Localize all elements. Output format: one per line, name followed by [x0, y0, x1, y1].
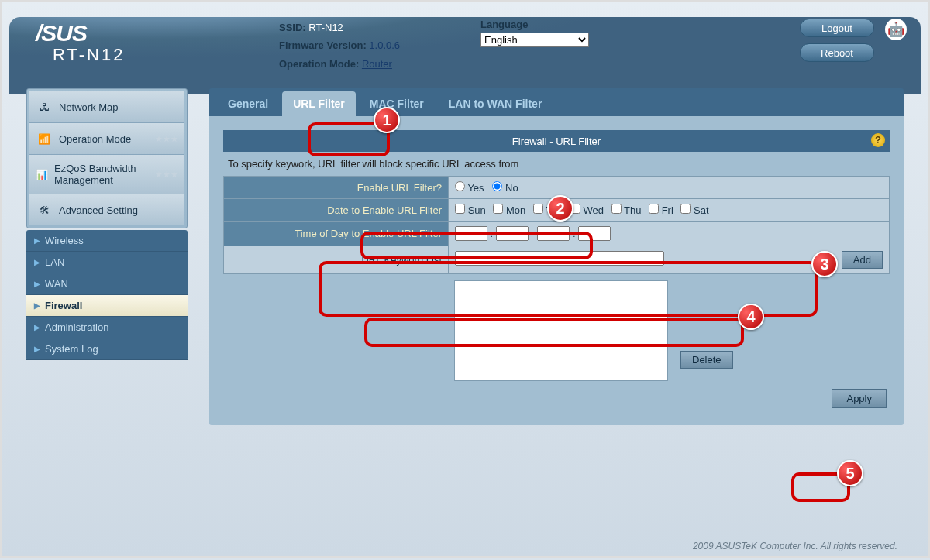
keyword-label: URL Keyword List [224, 246, 449, 274]
fw-link[interactable]: 1.0.0.6 [369, 40, 400, 51]
annotation-5: 5 [837, 460, 863, 486]
sidebar-sub-wan[interactable]: ▶WAN [26, 273, 188, 295]
date-label: Date to Enable URL Filter [224, 199, 449, 222]
day-mon[interactable]: Mon [493, 204, 525, 216]
triangle-icon: ▶ [34, 323, 40, 332]
fw-label: Firmware Version: [279, 40, 367, 51]
time-end-min[interactable] [578, 226, 611, 241]
rating-icon: ★★★ [155, 170, 178, 180]
sidebar-sub-wireless[interactable]: ▶Wireless [26, 230, 188, 252]
footer-copyright: 2009 ASUSTeK Computer Inc. All rights re… [693, 541, 897, 551]
tab-url-filter[interactable]: URL Filter [282, 91, 356, 116]
day-sun[interactable]: Sun [455, 204, 486, 216]
annotation-2: 2 [547, 195, 574, 222]
sub-label: Firewall [45, 300, 82, 311]
sidebar-sub-firewall[interactable]: ▶Firewall [26, 295, 188, 317]
sidebar-sub-administration[interactable]: ▶Administration [26, 317, 188, 338]
triangle-icon: ▶ [34, 280, 40, 288]
sidebar-item-ezqos[interactable]: 📊 EzQoS Bandwidth Management ★★★ [29, 155, 184, 194]
avatar-icon[interactable]: 🤖 [885, 19, 907, 40]
bandwidth-icon: 📊 [36, 167, 48, 182]
panel-title: Firewall - URL Filter ? [223, 130, 890, 152]
add-button[interactable]: Add [842, 251, 883, 269]
sidebar-item-operation-mode[interactable]: 📶 Operation Mode ★★★ [29, 123, 184, 155]
ssid-label: SSID: [279, 22, 306, 33]
ssid-value: RT-N12 [308, 22, 343, 33]
sidebar-label: Network Map [59, 101, 119, 113]
model-name: RT-N12 [23, 45, 279, 65]
day-wed[interactable]: Wed [570, 204, 604, 216]
language-label: Language [480, 19, 628, 30]
language-select[interactable]: English [480, 33, 589, 47]
sub-label: LAN [45, 256, 64, 268]
tools-icon: 🛠 [36, 202, 53, 218]
triangle-icon: ▶ [34, 236, 40, 245]
sub-label: System Log [45, 343, 98, 355]
day-checkbox-row: Sun Mon Tue Wed Thu Fri Sat [449, 199, 890, 222]
time-start-hour[interactable] [455, 226, 487, 241]
panel-description: To specify keywork, URL filter will bloc… [223, 152, 890, 176]
time-label: Time of Day to Enable URL Filter [224, 222, 449, 246]
day-fri[interactable]: Fri [649, 204, 673, 216]
triangle-icon: ▶ [34, 258, 40, 266]
device-info: SSID: RT-N12 Firmware Version: 1.0.0.6 O… [279, 11, 480, 73]
sidebar-label: Advanced Setting [59, 204, 138, 216]
triangle-icon: ▶ [34, 345, 40, 353]
triangle-icon: ▶ [34, 301, 40, 310]
sidebar-label: EzQoS Bandwidth Management [54, 163, 149, 186]
url-keyword-listbox[interactable] [454, 280, 668, 381]
sidebar-item-network-map[interactable]: 🖧 Network Map [29, 91, 184, 123]
enable-label: Enable URL Filter? [224, 177, 449, 199]
annotation-4: 4 [738, 304, 764, 330]
help-icon[interactable]: ? [871, 133, 885, 147]
logout-button[interactable]: Logout [800, 19, 874, 37]
delete-button[interactable]: Delete [680, 351, 733, 369]
tab-bar: General URL Filter MAC Filter LAN to WAN… [209, 88, 904, 116]
enable-no-radio[interactable] [492, 181, 502, 191]
rating-icon: ★★★ [155, 134, 178, 144]
time-start-min[interactable] [496, 226, 529, 241]
enable-yes-radio[interactable] [455, 181, 465, 191]
enable-no-option[interactable]: No [492, 182, 518, 194]
day-thu[interactable]: Thu [611, 204, 642, 216]
time-end-hour[interactable] [537, 226, 570, 241]
brand-logo: /SUS [23, 11, 279, 46]
sub-label: WAN [45, 278, 68, 290]
sidebar-sub-lan[interactable]: ▶LAN [26, 252, 188, 273]
tab-lan-to-wan[interactable]: LAN to WAN Filter [438, 91, 553, 116]
reboot-button[interactable]: Reboot [800, 43, 874, 62]
url-keyword-input[interactable] [455, 251, 664, 266]
sidebar-label: Operation Mode [59, 133, 131, 145]
annotation-1: 1 [374, 107, 400, 133]
mode-link[interactable]: Router [362, 58, 392, 70]
network-map-icon: 🖧 [36, 99, 53, 115]
mode-label: Operation Mode: [279, 58, 359, 70]
day-sat[interactable]: Sat [680, 204, 708, 216]
tab-general[interactable]: General [217, 91, 279, 116]
apply-button[interactable]: Apply [832, 389, 887, 408]
router-icon: 📶 [36, 131, 53, 146]
sidebar-item-advanced[interactable]: 🛠 Advanced Setting [29, 194, 184, 225]
sidebar-sub-systemlog[interactable]: ▶System Log [26, 338, 188, 360]
enable-yes-option[interactable]: Yes [455, 182, 484, 194]
annotation-3: 3 [811, 251, 838, 277]
sub-label: Wireless [45, 235, 84, 246]
sub-label: Administration [45, 321, 108, 333]
